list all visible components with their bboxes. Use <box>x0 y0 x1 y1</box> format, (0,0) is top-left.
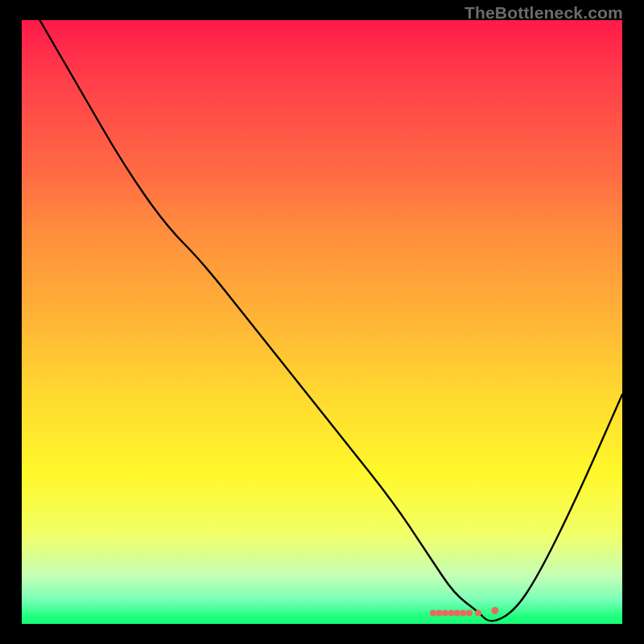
marker-dot <box>460 610 466 617</box>
marker-cluster <box>430 607 498 617</box>
curve-group <box>39 20 622 621</box>
bottleneck-curve <box>39 20 622 621</box>
marker-dot <box>430 610 436 617</box>
marker-dot <box>442 610 448 617</box>
marker-dot <box>475 610 481 617</box>
marker-dot <box>436 610 443 617</box>
marker-dot <box>454 610 460 617</box>
watermark-text: TheBottleneck.com <box>464 3 623 23</box>
chart-svg <box>22 20 622 624</box>
marker-dot <box>491 607 498 614</box>
marker-dot <box>448 610 454 617</box>
marker-dot <box>466 610 473 617</box>
chart-frame: TheBottleneck.com <box>0 0 644 644</box>
